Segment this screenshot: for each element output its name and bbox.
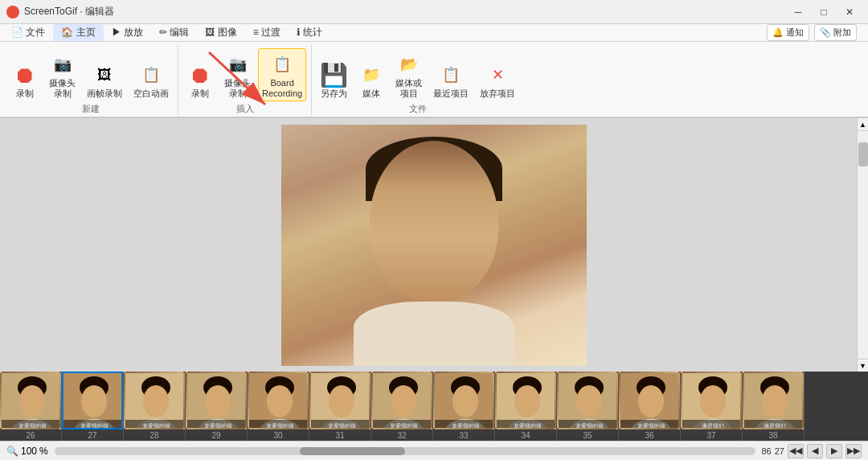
svg-point-64: [638, 385, 664, 417]
frame-info: 2990 ms: [186, 429, 247, 441]
filmstrip-frames: 龙爱我的孩2685 ms龙爱我的孩2781 ms龙爱我的孩2866 ms龙爱我的…: [0, 372, 868, 441]
svg-point-46: [452, 385, 478, 417]
frame-item[interactable]: 龙爱我的孩3681 ms: [619, 372, 681, 441]
board-recording-button[interactable]: 📋 BoardRecording: [258, 48, 306, 101]
svg-point-52: [514, 385, 540, 417]
ribbon-group-file: 💾 另存为 📁 媒体 📂 媒体或项目 📋 最近项目 ✕ 放弃项目 文件: [312, 45, 524, 115]
insert-record-button[interactable]: ⏺ 录制: [183, 59, 217, 101]
notification-button[interactable]: 🔔 通知: [767, 24, 809, 41]
svg-point-4: [19, 385, 45, 417]
menu-file[interactable]: 📄 文件: [3, 24, 53, 41]
nav-first-button[interactable]: ◀◀: [788, 444, 804, 458]
record-icon: ⏺: [12, 62, 38, 88]
zoom-glass-icon: 🔍: [6, 446, 18, 457]
frame-item[interactable]: 龙爱我的孩3165 ms: [309, 372, 371, 441]
append-icon: 📎: [820, 27, 831, 38]
frame-info: 3077 ms: [248, 429, 309, 441]
discard-icon: ✕: [485, 62, 510, 88]
frame-record-button[interactable]: 🖼 画帧录制: [83, 59, 126, 101]
nav-prev-button[interactable]: ◀: [807, 444, 823, 458]
recent-icon: 📋: [438, 62, 464, 88]
frame-number: 34: [521, 431, 530, 440]
frame-item[interactable]: 满是我们3782 ms: [681, 372, 743, 441]
media-label: 媒体: [362, 88, 380, 99]
svg-text:龙爱我的孩: 龙爱我的孩: [514, 423, 542, 429]
frame-image: 满是我们: [743, 372, 804, 429]
frame-number: 28: [149, 431, 158, 440]
record-button[interactable]: ⏺ 录制: [8, 59, 42, 101]
media-or-button[interactable]: 📂 媒体或项目: [391, 48, 426, 101]
svg-text:龙爱我的孩: 龙爱我的孩: [18, 423, 47, 429]
frame-image: 龙爱我的孩: [0, 372, 61, 429]
svg-point-10: [81, 385, 107, 417]
svg-text:龙爱我的孩: 龙爱我的孩: [390, 423, 418, 429]
minimize-button[interactable]: ─: [786, 4, 810, 20]
frame-item[interactable]: 龙爱我的孩3586 ms: [557, 372, 619, 441]
menu-play[interactable]: ▶ 放放: [104, 24, 151, 41]
frame-image: 龙爱我的孩: [433, 372, 494, 429]
frame-item[interactable]: 龙爱我的孩2781 ms: [62, 372, 124, 441]
window-title: ScreenToGif · 编辑器: [24, 5, 114, 18]
frame-image: 龙爱我的孩: [62, 372, 123, 429]
media-button[interactable]: 📁 媒体: [354, 59, 388, 101]
frame-image: 满是我们: [681, 372, 742, 429]
zoom-value: 100: [21, 446, 37, 457]
save-as-button[interactable]: 💾 另存为: [317, 59, 351, 101]
filmstrip-scroll-thumb[interactable]: [300, 447, 405, 455]
svg-point-22: [205, 385, 231, 417]
svg-text:满是我们: 满是我们: [764, 423, 786, 429]
scroll-up-button[interactable]: ▲: [857, 118, 868, 131]
frame-item[interactable]: 满是我们3866 ms: [743, 372, 805, 441]
menu-stats[interactable]: ℹ 统计: [289, 24, 330, 41]
nav-last-button[interactable]: ▶▶: [845, 444, 862, 458]
menu-image[interactable]: 🖼 图像: [197, 24, 244, 41]
nav-next-button[interactable]: ▶: [826, 444, 842, 458]
svg-point-16: [143, 385, 169, 417]
frame-item[interactable]: 龙爱我的孩3465 ms: [495, 372, 557, 441]
frame-item[interactable]: 龙爱我的孩2685 ms: [0, 372, 62, 441]
menu-home[interactable]: 🏠 主页: [53, 24, 103, 41]
frame-info: 3782 ms: [681, 429, 742, 441]
frame-info: 3287 ms: [371, 429, 432, 441]
scroll-down-button[interactable]: ▼: [857, 359, 868, 372]
frame-item[interactable]: 龙爱我的孩3077 ms: [248, 372, 309, 441]
menu-edit[interactable]: ✏ 编辑: [151, 24, 197, 41]
insert-record-icon: ⏺: [187, 62, 213, 88]
new-group-buttons: ⏺ 录制 📷 摄像头录制 🖼 画帧录制 📋 空白动画: [8, 45, 173, 101]
whiteboard-button[interactable]: 📋 空白动画: [129, 59, 173, 101]
frame-image: 龙爱我的孩: [309, 372, 371, 429]
vertical-scrollbar[interactable]: ▲ ▼: [857, 118, 868, 372]
svg-text:龙爱我的孩: 龙爱我的孩: [452, 423, 480, 429]
frame-number: 27: [88, 431, 96, 440]
save-icon: 💾: [321, 62, 347, 88]
insert-webcam-button[interactable]: 📷 摄像头录制: [220, 48, 255, 101]
filmstrip-scrollbar[interactable]: [55, 447, 755, 455]
recent-button[interactable]: 📋 最近项目: [429, 59, 473, 101]
frame-number: 37: [706, 431, 715, 440]
svg-point-76: [762, 385, 788, 417]
frame-image: 龙爱我的孩: [495, 372, 556, 429]
main-area: ▲ ▼ 龙爱我的孩2685 ms龙爱我的孩2781 ms龙爱我的孩2866 ms…: [0, 118, 868, 460]
zoom-percent: %: [39, 446, 48, 457]
frame-item[interactable]: 龙爱我的孩2866 ms: [124, 372, 186, 441]
frame-info: 3465 ms: [495, 429, 556, 441]
face-decoration: [370, 141, 498, 302]
scroll-thumb-v[interactable]: [858, 142, 868, 166]
new-group-label: 新建: [82, 103, 100, 115]
svg-point-40: [391, 385, 416, 417]
maximize-button[interactable]: □: [812, 4, 836, 20]
discard-label: 放弃项目: [480, 88, 515, 99]
frame-item[interactable]: 龙爱我的孩3287 ms: [371, 372, 433, 441]
close-button[interactable]: ✕: [837, 4, 862, 20]
frame-item[interactable]: 龙爱我的孩2990 ms: [186, 372, 248, 441]
append-button[interactable]: 📎 附加: [814, 24, 857, 41]
menu-transition[interactable]: ≡ 过渡: [245, 24, 289, 41]
svg-text:龙爱我的孩: 龙爱我的孩: [328, 423, 356, 429]
frame-image: 龙爱我的孩: [186, 372, 247, 429]
webcam-button[interactable]: 📷 摄像头录制: [45, 48, 80, 101]
frame-number: 29: [211, 431, 220, 440]
frame-info: 3165 ms: [309, 429, 371, 441]
frame-record-label: 画帧录制: [87, 88, 122, 99]
frame-item[interactable]: 龙爱我的孩3381 ms: [433, 372, 495, 441]
discard-button[interactable]: ✕ 放弃项目: [476, 59, 519, 101]
